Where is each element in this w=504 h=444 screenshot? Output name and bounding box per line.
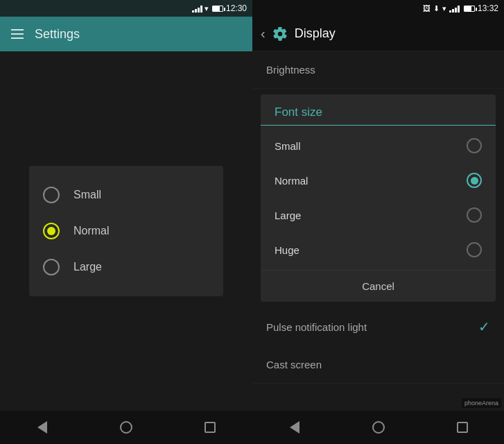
brightness-row[interactable]: Brightness	[252, 51, 504, 89]
dialog-radio-item-normal[interactable]: Normal	[261, 163, 496, 198]
dialog-radio-circle-normal	[467, 173, 482, 188]
right-panel: 🖼 ⬇ ▾ 13:32 ‹ Display	[252, 0, 504, 444]
cancel-label: Cancel	[362, 280, 394, 292]
font-size-dialog: Font size Small Normal Large Huge	[261, 94, 496, 302]
battery-icon-left	[212, 6, 223, 12]
font-size-dialog-title: Font size	[261, 94, 496, 126]
dialog-radio-label-small: Small	[275, 140, 301, 152]
left-panel: ▾ 12:30 Settings Small Normal	[0, 0, 252, 444]
nav-bar-left	[0, 411, 252, 444]
download-icon-right: ⬇	[433, 4, 440, 13]
left-content: Small Normal Large	[0, 51, 252, 411]
wifi-icon-right: ▾	[442, 4, 446, 13]
recents-icon-right	[457, 422, 468, 433]
home-button-right[interactable]	[368, 417, 389, 438]
cast-screen-row[interactable]: Cast screen	[252, 346, 504, 384]
radio-circle-large	[43, 259, 60, 275]
home-icon-right	[372, 421, 385, 434]
dialog-radio-item-small[interactable]: Small	[261, 128, 496, 163]
hamburger-menu[interactable]	[11, 29, 24, 39]
radio-label-small: Small	[73, 189, 101, 201]
back-icon-left	[37, 421, 47, 434]
signal-icon-right	[449, 4, 460, 12]
dialog-radio-label-normal: Normal	[275, 175, 308, 187]
radio-circle-small	[43, 187, 60, 203]
radio-item-normal[interactable]: Normal	[29, 213, 223, 249]
dialog-radio-circle-huge	[467, 242, 482, 257]
status-icons-left: ▾	[192, 4, 223, 13]
back-arrow-right[interactable]: ‹	[261, 26, 266, 42]
radio-item-large[interactable]: Large	[29, 249, 223, 285]
signal-icon-left	[192, 4, 202, 12]
recents-icon-left	[205, 422, 216, 433]
dialog-radio-circle-small	[467, 138, 482, 153]
back-button-left[interactable]	[32, 417, 53, 438]
pulse-notification-check: ✓	[478, 318, 490, 335]
dialog-radio-label-large: Large	[275, 210, 301, 221]
radio-item-small[interactable]: Small	[29, 177, 223, 213]
pulse-notification-row[interactable]: Pulse notification light ✓	[252, 307, 504, 346]
radio-label-large: Large	[73, 261, 102, 273]
top-bar-right: ‹ Display	[252, 17, 504, 51]
battery-icon-right	[464, 6, 475, 12]
pulse-notification-label: Pulse notification light	[266, 321, 367, 333]
cancel-button[interactable]: Cancel	[261, 270, 496, 302]
brightness-label: Brightness	[266, 64, 315, 76]
nav-bar-right	[252, 411, 504, 444]
top-bar-left: Settings	[0, 17, 252, 51]
radio-circle-normal	[43, 223, 60, 239]
dialog-radio-label-huge: Huge	[275, 244, 299, 256]
status-bar-left: ▾ 12:30	[0, 0, 252, 17]
status-icons-right: 🖼 ⬇ ▾	[423, 4, 475, 13]
gear-icon-right	[272, 26, 288, 42]
watermark: phoneArena	[462, 398, 501, 408]
right-content: Brightness Font size Small Normal Large	[252, 51, 504, 411]
time-left: 12:30	[226, 3, 247, 13]
status-bar-right: 🖼 ⬇ ▾ 13:32	[252, 0, 504, 17]
font-size-radio-dialog-left: Small Normal Large	[29, 166, 223, 296]
page-title-right: Display	[295, 26, 336, 41]
home-icon-left	[120, 421, 132, 434]
recents-button-left[interactable]	[200, 417, 220, 438]
dialog-radio-item-large[interactable]: Large	[261, 198, 496, 232]
image-icon-right: 🖼	[423, 4, 431, 12]
dialog-radio-circle-large	[467, 207, 482, 223]
page-title-left: Settings	[35, 27, 80, 42]
back-button-right[interactable]	[284, 417, 305, 438]
back-icon-right	[290, 421, 299, 434]
dialog-radio-item-huge[interactable]: Huge	[261, 232, 496, 267]
home-button-left[interactable]	[116, 417, 137, 438]
time-right: 13:32	[478, 3, 498, 13]
cast-screen-label: Cast screen	[266, 359, 322, 370]
radio-label-normal: Normal	[73, 225, 110, 237]
wifi-icon-left: ▾	[205, 4, 209, 13]
recents-button-right[interactable]	[452, 417, 473, 438]
